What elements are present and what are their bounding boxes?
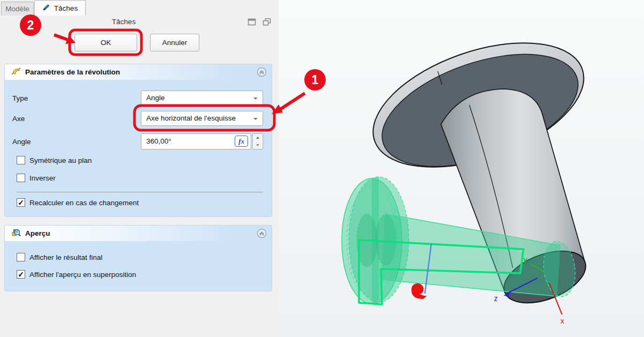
- type-combobox[interactable]: Angle: [141, 91, 263, 106]
- chevron-down-icon: [253, 98, 258, 100]
- checkbox-symmetric-box[interactable]: [17, 156, 25, 164]
- checkbox-final-result-box[interactable]: [17, 253, 25, 261]
- revolution-parameters-group: Paramètres de la révolution Type Angle A…: [4, 64, 272, 217]
- spinner-up-icon[interactable]: [253, 134, 262, 141]
- axis-label: Axe: [12, 115, 25, 123]
- checkbox-overlay-preview-box[interactable]: ✓: [17, 270, 25, 279]
- expression-fx-button[interactable]: fx: [235, 136, 248, 147]
- axis-combobox[interactable]: Axe horizontal de l'esquisse: [141, 111, 263, 126]
- checkbox-reversed[interactable]: Inverser: [17, 174, 56, 182]
- separator: [17, 192, 263, 192]
- tab-model[interactable]: Modèle: [1, 2, 34, 16]
- axis-value: Axe horizontal de l'esquisse: [146, 114, 236, 122]
- axis-y-label: Y: [523, 257, 528, 265]
- type-label: Type: [12, 94, 28, 102]
- preview-group: Aperçu Afficher le résultat final ✓ Affi…: [4, 225, 272, 291]
- angle-spinner[interactable]: [252, 133, 263, 149]
- revolution-group-title: Paramètres de la révolution: [25, 68, 120, 76]
- tab-tasks-label: Tâches: [54, 4, 78, 12]
- checkbox-overlay-preview[interactable]: ✓ Afficher l'aperçu en superposition: [17, 270, 136, 279]
- checkbox-update[interactable]: ✓ Recalculer en cas de changement: [17, 198, 139, 207]
- pencil-icon: [42, 3, 50, 13]
- preview-group-title: Aperçu: [25, 229, 50, 237]
- axis-z-label: z: [494, 294, 498, 303]
- chevron-down-icon: [253, 118, 258, 120]
- angle-input[interactable]: 360,00° fx: [141, 133, 251, 149]
- application-window: Modèle Tâches Tâches: [0, 0, 644, 337]
- angle-label: Angle: [12, 138, 31, 146]
- tab-tasks[interactable]: Tâches: [34, 0, 86, 16]
- tab-model-label: Modèle: [5, 5, 29, 13]
- dock-window-icon[interactable]: [249, 19, 256, 25]
- spinner-down-icon[interactable]: [253, 142, 262, 148]
- checkbox-final-result[interactable]: Afficher le résultat final: [17, 253, 102, 261]
- checkbox-reversed-box[interactable]: [17, 174, 25, 182]
- type-value: Angle: [146, 94, 165, 102]
- ok-button[interactable]: OK: [74, 34, 137, 51]
- dock-controls: [248, 18, 273, 28]
- checkbox-symmetric[interactable]: Symétrique au plan: [17, 156, 92, 164]
- preview-icon: [11, 228, 21, 239]
- revolution-group-header: Paramètres de la révolution: [5, 64, 272, 80]
- 3d-viewport[interactable]: Y z x: [279, 0, 644, 337]
- collapse-preview-icon[interactable]: [257, 228, 267, 241]
- collapse-revolution-icon[interactable]: [257, 67, 267, 79]
- panel-title: Tâches: [0, 18, 248, 26]
- revolve-icon: [11, 66, 21, 78]
- angle-value: 360,00°: [146, 137, 171, 145]
- axis-x-label: x: [560, 317, 564, 325]
- cancel-button[interactable]: Annuler: [150, 34, 199, 51]
- checkbox-update-box[interactable]: ✓: [17, 198, 25, 207]
- preview-group-header: Aperçu: [5, 226, 272, 241]
- dock-float-icon[interactable]: [264, 19, 271, 25]
- task-panel: Modèle Tâches Tâches: [0, 0, 279, 337]
